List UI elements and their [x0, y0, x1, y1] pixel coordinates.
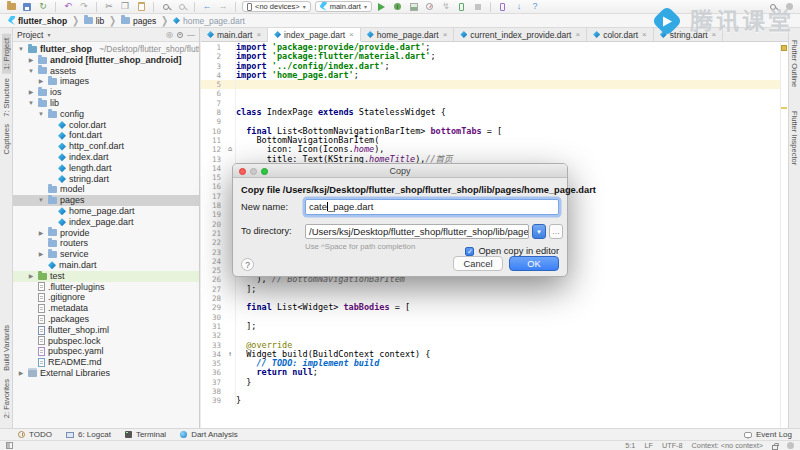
tree-item-assets[interactable]: ▼assets	[13, 66, 199, 77]
search-everywhere-icon[interactable]	[767, 4, 779, 10]
save-icon[interactable]	[21, 3, 33, 11]
to-directory-input[interactable]: /Users/ksj/Desktop/flutter_shop/flutter_…	[305, 224, 529, 239]
tree-item-font.dart[interactable]: font.dart	[13, 130, 199, 141]
tree-item-images[interactable]: ▶images	[13, 76, 199, 87]
tree-item-http_conf.dart[interactable]: http_conf.dart	[13, 141, 199, 152]
new-name-input[interactable]: cate_page.dart	[305, 199, 559, 215]
close-icon[interactable]: ×	[712, 30, 717, 39]
chevron-down-icon[interactable]: ▼	[37, 109, 45, 120]
status-segment-0[interactable]: 5:1	[625, 441, 635, 450]
tree-item-index_page.dart[interactable]: index_page.dart	[13, 217, 199, 228]
strip-button----project[interactable]: 1: Project	[2, 34, 11, 74]
editor-tab-string.dart[interactable]: string.dart×	[654, 28, 723, 41]
browse-button[interactable]: …	[549, 224, 563, 239]
help-icon[interactable]: ?	[529, 0, 541, 13]
tree-item-pubspec.lock[interactable]: pubspec.lock	[13, 336, 199, 347]
zoom-icon[interactable]	[261, 168, 268, 175]
todo-toolwindow[interactable]: TODO	[18, 430, 52, 439]
chevron-right-icon[interactable]: ▶	[37, 76, 45, 87]
profile-icon[interactable]	[408, 3, 420, 11]
breadcrumb-item-flutter_shop[interactable]: flutter_shop	[6, 16, 69, 26]
close-icon[interactable]: ×	[349, 30, 354, 39]
tree-item-pubspec.yaml[interactable]: pubspec.yaml	[13, 346, 199, 357]
gear-icon[interactable]	[177, 32, 183, 38]
chevron-right-icon[interactable]: ▶	[17, 368, 25, 379]
replace-icon[interactable]	[176, 4, 188, 10]
profile-avatar-icon[interactable]	[783, 3, 795, 10]
close-icon[interactable]: ×	[642, 30, 647, 39]
back-icon[interactable]: ←	[201, 0, 213, 13]
chevron-right-icon[interactable]: ▶	[37, 228, 45, 239]
strip-button-build-variants[interactable]: Build Variants	[2, 321, 11, 375]
chevron-down-icon[interactable]: ▼	[17, 44, 25, 55]
redo-icon[interactable]: ↷	[78, 0, 90, 13]
tree-item-.packages[interactable]: .packages	[13, 314, 199, 325]
tree-item-length.dart[interactable]: length.dart	[13, 163, 199, 174]
status-segment-1[interactable]: LF	[644, 441, 653, 450]
chevron-right-icon[interactable]: ▶	[27, 87, 35, 98]
status-segment-2[interactable]: UTF-8	[662, 441, 683, 450]
editor-tab-index_page.dart[interactable]: index_page.dart×	[268, 28, 361, 42]
avd-manager-icon[interactable]	[497, 3, 509, 11]
breadcrumb-item-home_page.dart[interactable]: home_page.dart	[171, 16, 247, 26]
chevron-down-icon[interactable]: ▼	[27, 98, 35, 109]
tree-item-flutter_shop[interactable]: ▼flutter_shop~/Desktop/flutter_shop/flut…	[13, 44, 199, 55]
chevron-down-icon[interactable]: ▼	[37, 195, 45, 206]
device-selector[interactable]: <no devices>▾	[242, 1, 311, 12]
tree-item-config[interactable]: ▼config	[13, 109, 199, 120]
close-icon[interactable]: ×	[256, 30, 261, 39]
chevron-right-icon[interactable]: ▶	[27, 271, 35, 282]
performance-icon[interactable]	[424, 3, 436, 10]
run-icon[interactable]	[376, 3, 388, 11]
strip-button----structure[interactable]: 7: Structure	[2, 74, 11, 121]
sync-icon[interactable]: ↻	[37, 0, 49, 13]
chevron-right-icon[interactable]: ▶	[37, 249, 45, 260]
find-icon[interactable]	[160, 4, 172, 10]
hector-icon[interactable]	[787, 442, 794, 449]
locate-icon[interactable]: ◎	[166, 30, 173, 39]
tree-item-main.dart[interactable]: main.dart	[13, 260, 199, 271]
device-explorer-icon[interactable]	[456, 3, 468, 11]
tree-item-color.dart[interactable]: color.dart	[13, 120, 199, 131]
tree-item-flutter_shop.iml[interactable]: flutter_shop.iml	[13, 325, 199, 336]
project-panel-title[interactable]: Project	[17, 30, 43, 40]
tree-item-service[interactable]: ▶service	[13, 249, 199, 260]
copy-icon[interactable]: ❐	[119, 0, 131, 13]
breadcrumb-item-lib[interactable]: lib	[82, 16, 107, 26]
strip-button-flutter-outline[interactable]: Flutter Outline	[790, 36, 799, 91]
hide-panel-icon[interactable]: —	[187, 30, 195, 39]
directory-dropdown-button[interactable]: ▼	[532, 224, 546, 239]
logcat-toolwindow[interactable]: 6: Logcat	[66, 430, 111, 439]
cancel-button[interactable]: Cancel	[453, 256, 503, 271]
inspection-indicator-icon[interactable]	[781, 45, 787, 51]
sdk-manager-icon[interactable]: ↓	[513, 0, 525, 13]
chevron-down-icon[interactable]: ▾	[47, 31, 50, 38]
close-icon[interactable]	[239, 168, 246, 175]
open-icon[interactable]	[5, 3, 17, 10]
run-config-selector[interactable]: main.dart▾	[315, 1, 372, 12]
debug-icon[interactable]	[392, 3, 404, 10]
tree-item-.flutter-plugins[interactable]: .flutter-plugins	[13, 282, 199, 293]
event-log-toolwindow[interactable]: Event Log	[744, 430, 792, 439]
paste-icon[interactable]	[135, 2, 147, 11]
tree-item-ios[interactable]: ▶ios	[13, 87, 199, 98]
tree-item-home_page.dart[interactable]: home_page.dart	[13, 206, 199, 217]
close-icon[interactable]: ×	[575, 30, 580, 39]
editor-tab-color.dart[interactable]: color.dart×	[587, 28, 654, 41]
editor-scrollbar[interactable]	[780, 43, 788, 428]
help-button[interactable]: ?	[241, 258, 254, 271]
cut-icon[interactable]: ✂	[103, 0, 115, 13]
attach-icon[interactable]: ↯	[440, 0, 452, 13]
undo-icon[interactable]: ↶	[62, 0, 74, 13]
tree-item-provide[interactable]: ▶provide	[13, 228, 199, 239]
tree-item-.metadata[interactable]: .metadata	[13, 303, 199, 314]
close-icon[interactable]: ×	[443, 30, 448, 39]
forward-icon[interactable]: →	[217, 0, 229, 13]
toolwindow-toggle-icon[interactable]	[6, 442, 13, 449]
tree-item-.gitignore[interactable]: .gitignore	[13, 292, 199, 303]
dart-analysis-toolwindow[interactable]: Dart Analysis	[180, 430, 238, 439]
chevron-right-icon[interactable]: ▶	[27, 55, 35, 66]
breadcrumb-item-pages[interactable]: pages	[119, 16, 158, 26]
tree-item-lib[interactable]: ▼lib	[13, 98, 199, 109]
lock-icon[interactable]	[772, 445, 778, 450]
